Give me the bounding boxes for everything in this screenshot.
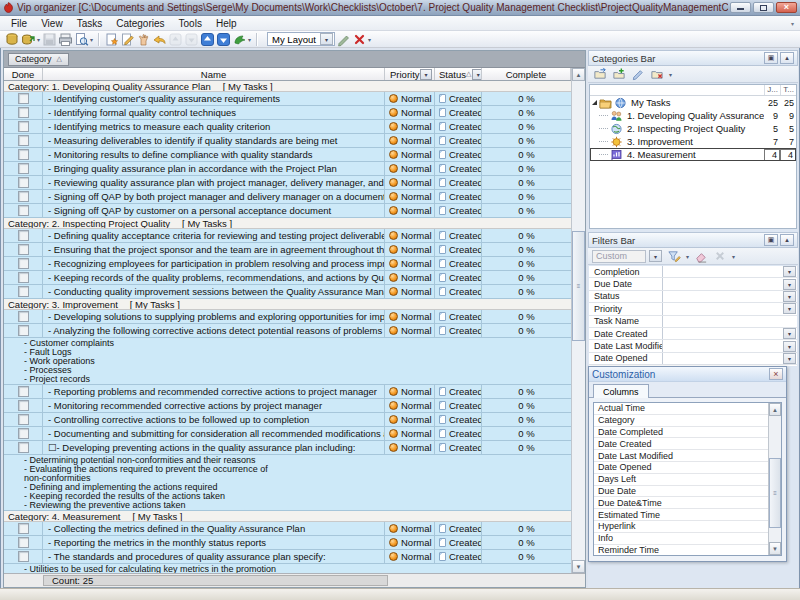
column-header-done[interactable]: Done [4,68,43,80]
category-row[interactable]: Category: 3. Improvement[ My Tasks ] [4,299,571,310]
eraser-icon[interactable] [693,248,709,264]
task-row[interactable]: - Identifying customer's quality assuran… [4,92,571,106]
category-row[interactable]: Category: 2. Inspecting Project Quality[… [4,218,571,229]
column-list-item[interactable]: Due Date&Time [594,497,768,509]
category-row[interactable]: Category: 4. Measurement[ My Tasks ] [4,511,571,522]
task-checkbox[interactable] [18,258,29,269]
customization-titlebar[interactable]: Customization × [589,367,786,382]
print-icon[interactable] [57,31,73,47]
category-row[interactable]: Category: 1. Developing Quality Assuranc… [4,81,571,92]
column-list-item[interactable]: Due Date [594,486,768,498]
filter-dropdown-icon[interactable]: ▾ [783,353,796,364]
column-list-item[interactable]: Info [594,533,768,545]
column-header-status[interactable]: Status △ ▾ [435,68,482,80]
task-row[interactable]: - Monitoring results to define complianc… [4,148,571,162]
columns-scrollbar[interactable]: ▲ ≡ ▼ [768,403,781,555]
task-row[interactable]: - Keeping records of the quality problem… [4,271,571,285]
edit-filter-icon[interactable] [666,248,682,264]
column-header-priority[interactable]: Priority ▾ [385,68,435,80]
task-checkbox[interactable] [18,311,29,322]
task-row[interactable]: - Signing off QAP by both project manage… [4,190,571,204]
filters-pin-icon[interactable]: ▣ [764,234,778,246]
open-database-icon[interactable] [20,31,36,47]
task-checkbox[interactable] [18,325,29,336]
recurrence-icon[interactable] [231,31,247,47]
task-row[interactable]: - Bringing quality assurance plan in acc… [4,162,571,176]
edit-category-icon[interactable] [630,66,646,82]
menu-item-categories[interactable]: Categories [109,17,171,30]
task-row[interactable]: - Ensuring that the project sponsor and … [4,243,571,257]
task-checkbox[interactable] [18,135,29,146]
task-row[interactable]: - The standards and procedures of qualit… [4,550,571,564]
filter-dropdown-icon[interactable]: ▾ [783,328,796,339]
task-checkbox[interactable] [18,272,29,283]
task-checkbox[interactable] [18,537,29,548]
task-checkbox[interactable] [18,93,29,104]
task-row[interactable]: - Reviewing quality assurance plan with … [4,176,571,190]
open-dropdown-icon[interactable]: ▾ [37,36,40,43]
menu-item-tasks[interactable]: Tasks [70,17,110,30]
add-subcategory-icon[interactable] [611,66,627,82]
hand-icon[interactable] [135,31,151,47]
tab-columns[interactable]: Columns [593,384,649,398]
columns-scroll-up-icon[interactable]: ▲ [769,403,781,416]
categories-collapse-icon[interactable]: ▴ [780,52,794,64]
filter-dropdown-icon[interactable]: ▾ [783,303,796,314]
delete-category-icon[interactable] [649,66,665,82]
restore-button[interactable] [753,2,774,13]
print-preview-icon[interactable] [73,31,89,47]
add-category-icon[interactable] [592,66,608,82]
move-down-icon[interactable] [183,31,199,47]
menu-item-file[interactable]: File [4,17,34,30]
task-checkbox[interactable] [18,414,29,425]
task-checkbox[interactable] [18,428,29,439]
filter-dropdown-icon[interactable]: ▾ [783,341,796,352]
task-row[interactable]: - Signing off QAP by customer on a perso… [4,204,571,218]
tree-item[interactable]: 1. Developing Quality Assurance Plan99 [590,109,796,122]
file-group-overflow-icon[interactable]: ▾ [90,36,93,43]
scroll-down-icon[interactable]: ▼ [572,560,585,573]
columns-scroll-down-icon[interactable]: ▼ [769,542,781,555]
filter-row[interactable]: Date Opened▾ [589,353,797,365]
filter-preset-combo[interactable]: Custom [592,250,646,263]
filters-toolbar-overflow-icon[interactable]: ▾ [732,253,735,260]
categories-toolbar-overflow-icon[interactable]: ▾ [669,71,672,78]
task-row[interactable]: - Measuring deliverables to identify if … [4,134,571,148]
task-checkbox[interactable] [18,400,29,411]
task-checkbox[interactable] [18,523,29,534]
task-checkbox[interactable] [18,244,29,255]
filter-dropdown-icon[interactable]: ▾ [783,279,796,290]
task-checkbox[interactable] [18,205,29,216]
priority-filter-dropdown-icon[interactable]: ▾ [420,69,432,80]
tree-item[interactable]: 2. Inspecting Project Quality55 [590,122,796,135]
column-list-item[interactable]: Date Last Modified [594,450,768,462]
status-filter-dropdown-icon[interactable]: ▾ [472,69,482,80]
expander-icon[interactable] [592,100,597,105]
filter-row[interactable]: Status▾ [589,291,797,303]
task-checkbox[interactable] [18,386,29,397]
grid-scrollbar[interactable]: ▲ ≡ ▼ [571,68,585,573]
tree-item[interactable]: 3. Improvement77 [590,135,796,148]
filter-dropdown-icon[interactable]: ▾ [783,266,796,277]
column-list-item[interactable]: Reminder Time [594,545,768,555]
task-row[interactable]: - Developing solutions to supplying prob… [4,310,571,324]
task-checkbox[interactable] [18,177,29,188]
task-checkbox[interactable] [18,551,29,562]
filter-row[interactable]: Due Date▾ [589,278,797,290]
column-list-item[interactable]: Date Completed [594,427,768,439]
column-list-item[interactable]: Date Opened [594,462,768,474]
column-list-item[interactable]: Category [594,415,768,427]
task-row[interactable]: - Controlling corrective actions to be f… [4,413,571,427]
edit-filter-dropdown-icon[interactable]: ▾ [686,253,689,260]
task-checkbox[interactable] [18,230,29,241]
columns-scroll-thumb[interactable]: ≡ [769,458,781,528]
column-list-item[interactable]: Estimated Time [594,509,768,521]
menu-item-tools[interactable]: Tools [172,17,209,30]
menu-item-view[interactable]: View [34,17,70,30]
save-icon[interactable] [41,31,57,47]
task-checkbox[interactable] [18,121,29,132]
task-row[interactable]: - Reporting problems and recommended cor… [4,385,571,399]
column-header-name[interactable]: Name [43,68,385,80]
filters-collapse-icon[interactable]: ▴ [780,234,794,246]
move-up-icon[interactable] [167,31,183,47]
